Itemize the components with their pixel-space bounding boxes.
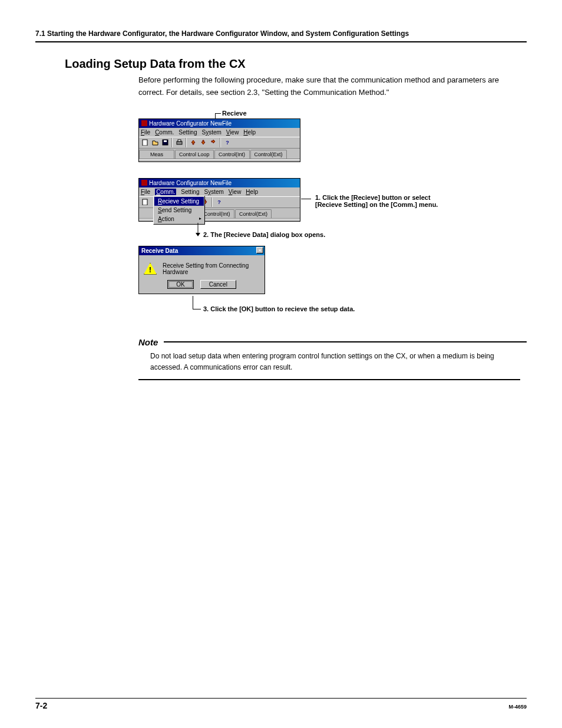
callout-line-h bbox=[215, 113, 221, 114]
open-icon[interactable] bbox=[150, 138, 160, 147]
app-window-2: Hardware Configurator NewFile File Comm.… bbox=[138, 178, 300, 222]
close-icon[interactable]: × bbox=[256, 247, 263, 253]
note-bottom-rule bbox=[138, 379, 520, 380]
page-number: 7-2 bbox=[35, 701, 47, 710]
menubar-2: File Comm. Setting System View Help bbox=[139, 187, 300, 196]
titlebar-text: Hardware Configurator NewFile bbox=[149, 180, 232, 186]
menu-system[interactable]: System bbox=[204, 189, 224, 195]
menu-setting[interactable]: Setting bbox=[181, 189, 199, 195]
titlebar-text: Hardware Configurator NewFile bbox=[149, 120, 232, 127]
svg-rect-0 bbox=[141, 120, 147, 126]
menu-view[interactable]: View bbox=[229, 189, 242, 195]
page-footer: 7-2 M-4659 bbox=[35, 698, 527, 710]
step-3-text: 3. Click the [OK] button to recieve the … bbox=[203, 305, 355, 312]
comm-dropdown: RRecieve Settingecieve Setting Send Sett… bbox=[153, 196, 205, 225]
dialog-message: Receive Setting from Connecting Hardware bbox=[163, 262, 260, 275]
tab-meas[interactable]: Meas bbox=[139, 150, 174, 159]
step3-line-v bbox=[193, 296, 193, 309]
tab-control-loop[interactable]: Control Loop bbox=[175, 150, 214, 159]
new-file-icon[interactable] bbox=[140, 197, 150, 207]
section-title: Loading Setup Data from the CX bbox=[65, 57, 527, 71]
note-heading: Note bbox=[138, 337, 527, 347]
dd-recieve-setting[interactable]: RRecieve Settingecieve Setting bbox=[154, 197, 204, 206]
toolbar-separator bbox=[211, 197, 213, 207]
toolbar-separator bbox=[220, 138, 221, 147]
svg-rect-11 bbox=[143, 199, 147, 205]
svg-marker-7 bbox=[191, 140, 195, 144]
menu-help[interactable]: Help bbox=[246, 189, 258, 195]
submenu-arrow-icon: ▸ bbox=[199, 216, 201, 221]
toolbar-1: ? bbox=[139, 137, 300, 149]
note-rule bbox=[164, 341, 527, 342]
cancel-button[interactable]: Cancel bbox=[200, 280, 236, 289]
toolbar-separator bbox=[171, 138, 173, 147]
help-icon[interactable]: ? bbox=[214, 197, 224, 207]
toolbar-separator bbox=[186, 138, 187, 147]
svg-rect-5 bbox=[177, 141, 182, 144]
menu-comm[interactable]: Comm. bbox=[155, 129, 174, 136]
tab-control-int[interactable]: Control(Int) bbox=[214, 150, 250, 159]
menu-file[interactable]: File bbox=[141, 189, 150, 195]
menubar-1: FFileile Comm. Setting System View Help bbox=[139, 128, 300, 137]
print-icon[interactable] bbox=[174, 138, 184, 147]
menu-file[interactable]: FFileile bbox=[141, 129, 150, 136]
app-icon bbox=[141, 180, 147, 186]
step-2-text: 2. The [Recieve Data] dialog box opens. bbox=[203, 231, 325, 238]
tabstrip-1: Meas Control Loop Control(Int) Control(E… bbox=[139, 149, 300, 159]
dialog-buttons: OK Cancel bbox=[139, 280, 265, 294]
menu-help[interactable]: Help bbox=[243, 129, 256, 136]
titlebar-2: Hardware Configurator NewFile bbox=[139, 179, 300, 187]
help-icon[interactable]: ? bbox=[223, 138, 232, 147]
svg-marker-14 bbox=[196, 233, 200, 236]
step-1-text: 1. Click the [Recieve] button or select … bbox=[315, 194, 438, 208]
menu-comm[interactable]: Comm. bbox=[155, 189, 176, 195]
menu-system[interactable]: System bbox=[202, 129, 222, 136]
document-id: M-4659 bbox=[508, 704, 527, 710]
app-icon bbox=[141, 120, 147, 126]
menu-view[interactable]: View bbox=[226, 129, 239, 136]
svg-marker-9 bbox=[211, 140, 215, 143]
dialog-body: ! Receive Setting from Connecting Hardwa… bbox=[139, 255, 265, 280]
page-header: 7.1 Starting the Hardware Configurator, … bbox=[35, 29, 527, 42]
menu-setting[interactable]: Setting bbox=[178, 129, 197, 136]
dd-send-setting[interactable]: Send Setting bbox=[154, 206, 204, 215]
svg-rect-1 bbox=[143, 140, 147, 146]
dialog-title-text: Receive Data bbox=[141, 248, 178, 254]
note-text: Do not load setup data when entering pro… bbox=[150, 351, 507, 373]
dialog-titlebar: Receive Data × bbox=[139, 246, 265, 255]
svg-marker-2 bbox=[153, 141, 158, 145]
down-arrow-icon bbox=[195, 223, 201, 239]
receive-icon[interactable] bbox=[189, 138, 198, 147]
new-file-icon[interactable] bbox=[140, 138, 150, 147]
send-icon[interactable] bbox=[199, 138, 208, 147]
save-icon[interactable] bbox=[160, 138, 170, 147]
callout-recieve-label: Recieve bbox=[222, 110, 247, 117]
svg-rect-6 bbox=[178, 140, 181, 141]
svg-rect-10 bbox=[141, 180, 147, 186]
svg-rect-4 bbox=[164, 140, 167, 142]
ok-button[interactable]: OK bbox=[167, 280, 193, 289]
tab-control-ext[interactable]: Control(Ext) bbox=[235, 209, 272, 218]
titlebar-1: Hardware Configurator NewFile bbox=[139, 119, 300, 128]
tab-control-ext[interactable]: Control(Ext) bbox=[250, 150, 287, 159]
step3-line-h bbox=[193, 309, 201, 309]
receive-data-dialog: Receive Data × ! Receive Setting from Co… bbox=[138, 246, 265, 294]
warning-icon: ! bbox=[144, 263, 157, 275]
transfer-icon[interactable] bbox=[209, 138, 218, 147]
dd-action[interactable]: Action▸ bbox=[154, 215, 204, 223]
svg-marker-8 bbox=[201, 140, 205, 144]
connector-1 bbox=[301, 199, 311, 199]
app-window-1: Hardware Configurator NewFile FFileile C… bbox=[138, 118, 300, 162]
intro-paragraph: Before performing the following procedur… bbox=[138, 74, 504, 99]
